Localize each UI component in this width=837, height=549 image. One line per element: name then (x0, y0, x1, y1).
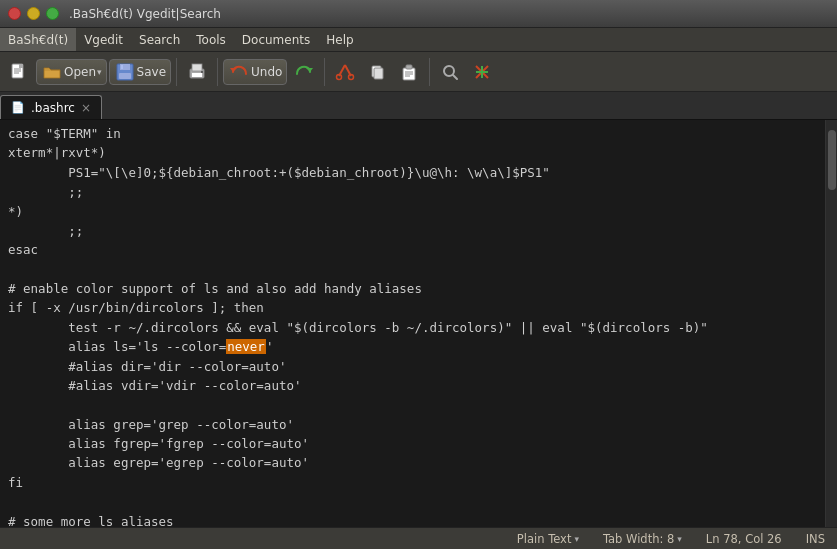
minimize-button[interactable] (27, 7, 40, 20)
filetype-dropdown-arrow: ▾ (574, 534, 579, 544)
menu-help[interactable]: Help (318, 28, 361, 51)
vertical-scrollbar[interactable] (825, 120, 837, 527)
cut-button[interactable] (330, 58, 360, 86)
tab-bashrc[interactable]: 📄 .bashrc × (0, 95, 102, 119)
open-button-group[interactable]: Open ▾ (36, 59, 107, 85)
tabwidth-status[interactable]: Tab Width: 8 ▾ (603, 532, 682, 546)
paste-button[interactable] (394, 58, 424, 86)
open-label: Open (64, 65, 96, 79)
save-icon (114, 61, 136, 83)
tab-close-button[interactable]: × (81, 102, 91, 114)
position-label: Ln 78, Col 26 (706, 532, 782, 546)
new-button[interactable] (4, 58, 34, 86)
undo-label: Undo (251, 65, 282, 79)
window-title: .BaSh€d(t) Vgedit|Search (69, 7, 829, 21)
print-button[interactable] (182, 58, 212, 86)
new-icon (8, 61, 30, 83)
separator-4 (429, 58, 430, 86)
filetype-label: Plain Text (517, 532, 572, 546)
undo-button-group[interactable]: Undo (223, 59, 287, 85)
tabwidth-label: Tab Width: 8 (603, 532, 674, 546)
menu-search[interactable]: Search (131, 28, 188, 51)
cut-icon (334, 61, 356, 83)
redo-icon (293, 61, 315, 83)
svg-point-18 (349, 74, 354, 79)
save-button-group[interactable]: Save (109, 59, 171, 85)
filetype-status[interactable]: Plain Text ▾ (517, 532, 579, 546)
undo-icon (228, 61, 250, 83)
menubar: BaSh€d(t) Vgedit Search Tools Documents … (0, 28, 837, 52)
svg-point-17 (337, 74, 342, 79)
toolbar: Open ▾ Save (0, 52, 837, 92)
svg-rect-1 (19, 64, 23, 68)
insert-mode-status: INS (806, 532, 825, 546)
tabwidth-dropdown-arrow: ▾ (677, 534, 682, 544)
menu-vgedit[interactable]: Vgedit (76, 28, 131, 51)
insert-mode-label: INS (806, 532, 825, 546)
menu-documents[interactable]: Documents (234, 28, 318, 51)
position-status: Ln 78, Col 26 (706, 532, 782, 546)
extra-tool-button[interactable] (467, 58, 497, 86)
separator-2 (217, 58, 218, 86)
separator-3 (324, 58, 325, 86)
redo-button[interactable] (289, 58, 319, 86)
find-button[interactable] (435, 58, 465, 86)
search-icon (439, 61, 461, 83)
tab-filename: .bashrc (31, 101, 75, 115)
scrollbar-thumb[interactable] (828, 130, 836, 190)
statusbar: Plain Text ▾ Tab Width: 8 ▾ Ln 78, Col 2… (0, 527, 837, 549)
highlight-never: never (226, 339, 266, 354)
separator-1 (176, 58, 177, 86)
svg-line-27 (453, 75, 457, 79)
save-label: Save (137, 65, 166, 79)
svg-rect-10 (192, 64, 202, 71)
code-editor[interactable]: case "$TERM" in xterm*|rxvt*) PS1="\[\e]… (0, 120, 825, 527)
svg-marker-13 (230, 68, 237, 72)
svg-rect-11 (192, 73, 202, 77)
tabbar: 📄 .bashrc × (0, 92, 837, 120)
maximize-button[interactable] (46, 7, 59, 20)
editor: case "$TERM" in xterm*|rxvt*) PS1="\[\e]… (0, 120, 837, 527)
svg-rect-8 (119, 73, 131, 79)
open-dropdown-arrow[interactable]: ▾ (97, 67, 102, 77)
menu-bashedt[interactable]: BaSh€d(t) (0, 28, 76, 51)
open-icon (41, 61, 63, 83)
svg-marker-14 (306, 68, 313, 72)
print-icon (186, 61, 208, 83)
svg-rect-22 (406, 65, 412, 69)
close-button[interactable] (8, 7, 21, 20)
menu-tools[interactable]: Tools (188, 28, 234, 51)
file-icon: 📄 (11, 101, 25, 114)
copy-icon (366, 61, 388, 83)
paste-icon (398, 61, 420, 83)
titlebar: .BaSh€d(t) Vgedit|Search (0, 0, 837, 28)
copy-button[interactable] (362, 58, 392, 86)
svg-rect-20 (374, 68, 383, 79)
svg-rect-7 (121, 65, 123, 69)
svg-point-12 (201, 71, 203, 73)
extra-tool-icon (471, 61, 493, 83)
